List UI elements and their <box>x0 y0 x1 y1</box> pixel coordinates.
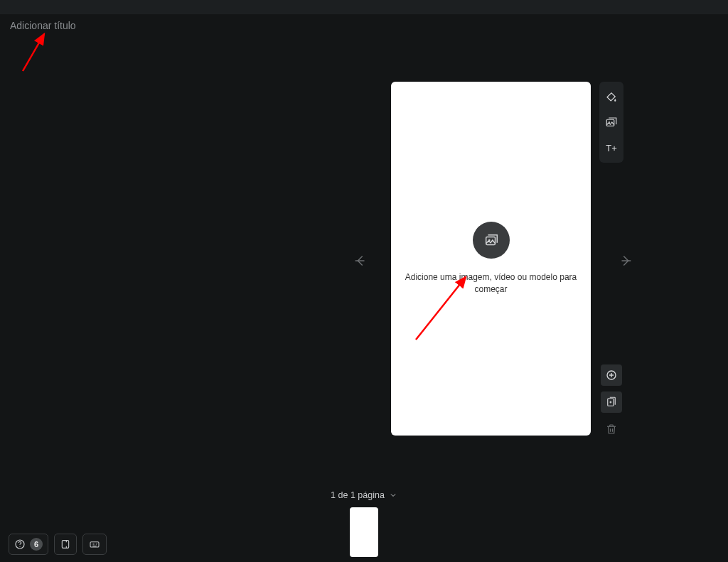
canvas-placeholder-text: Adicione uma imagem, vídeo ou modelo par… <box>392 271 589 296</box>
page-indicator[interactable]: 1 de 1 página <box>0 490 728 500</box>
page-thumbnail-1[interactable] <box>350 507 378 557</box>
side-tools-bottom <box>599 364 623 440</box>
help-button[interactable]: 6 <box>9 534 48 555</box>
text-plus-icon: T+ <box>606 143 617 153</box>
present-button[interactable] <box>54 534 77 555</box>
image-stack-icon <box>483 232 499 248</box>
arrow-left-icon <box>353 253 368 269</box>
add-page-button[interactable] <box>601 364 622 386</box>
delete-page-button[interactable] <box>601 418 622 440</box>
svg-rect-2 <box>606 119 614 126</box>
page-indicator-label: 1 de 1 página <box>331 490 385 500</box>
annotation-arrow-1 <box>16 28 65 78</box>
add-image-button[interactable] <box>601 112 622 133</box>
chevron-down-icon <box>389 491 397 499</box>
svg-point-7 <box>19 546 20 547</box>
add-media-circle-button[interactable] <box>473 222 510 259</box>
paint-bucket-icon <box>605 90 618 103</box>
present-icon <box>60 539 71 550</box>
add-text-button[interactable]: T+ <box>601 137 622 158</box>
help-circle-icon <box>14 539 26 550</box>
svg-line-10 <box>23 34 44 71</box>
prev-page-arrow[interactable] <box>352 252 369 269</box>
keyboard-icon <box>88 539 101 550</box>
canvas-page[interactable]: Adicione uma imagem, vídeo ou modelo par… <box>391 82 591 436</box>
svg-rect-0 <box>486 237 495 245</box>
keyboard-button[interactable] <box>82 534 107 555</box>
help-badge-count: 6 <box>30 538 43 551</box>
duplicate-page-button[interactable] <box>601 391 622 413</box>
svg-rect-8 <box>62 541 68 549</box>
image-stack-icon <box>605 116 618 129</box>
thumbnail-strip <box>0 507 728 557</box>
duplicate-icon <box>605 396 618 409</box>
bottom-left-controls: 6 <box>9 534 107 555</box>
arrow-right-icon <box>618 253 633 269</box>
background-color-button[interactable] <box>601 86 622 107</box>
next-page-arrow[interactable] <box>617 252 634 269</box>
side-tools-top: T+ <box>599 82 623 163</box>
top-bar <box>0 0 728 14</box>
title-input[interactable] <box>10 20 195 31</box>
plus-circle-icon <box>605 369 618 382</box>
trash-icon <box>605 423 618 436</box>
